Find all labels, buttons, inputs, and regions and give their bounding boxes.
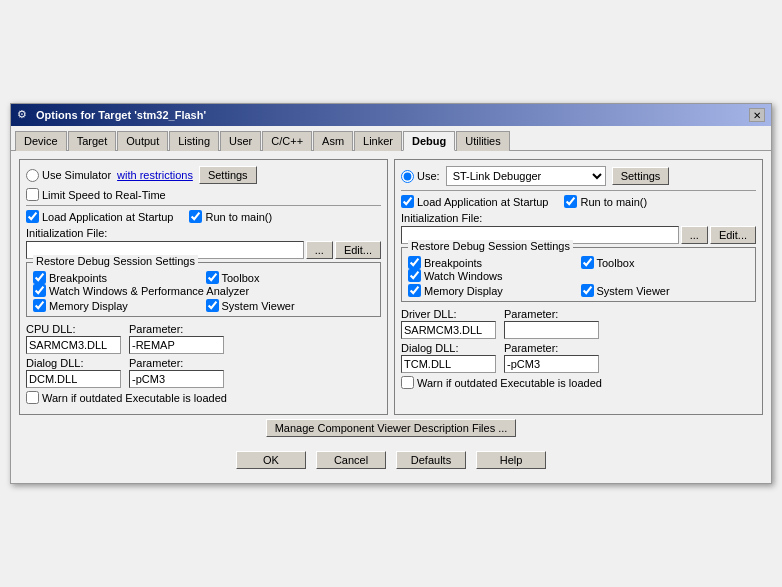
manage-component-viewer-button[interactable]: Manage Component Viewer Description File…	[266, 419, 517, 437]
left-load-app-check-label[interactable]: Load Application at Startup	[26, 210, 173, 223]
cancel-button[interactable]: Cancel	[316, 451, 386, 469]
right-run-to-main-check-label[interactable]: Run to main()	[564, 195, 647, 208]
left-dialog-param-label: Parameter:	[129, 357, 224, 369]
left-run-to-main-check-label[interactable]: Run to main()	[189, 210, 272, 223]
right-driver-param-input[interactable]	[504, 321, 599, 339]
right-dialog-param-input[interactable]	[504, 355, 599, 373]
right-driver-dll-label: Driver DLL:	[401, 308, 496, 320]
right-memory-display-checkbox[interactable]	[408, 284, 421, 297]
tab-device[interactable]: Device	[15, 131, 67, 151]
tab-content: Use Simulator with restrictions Settings…	[11, 151, 771, 483]
tab-linker[interactable]: Linker	[354, 131, 402, 151]
limit-speed-check-label[interactable]: Limit Speed to Real-Time	[26, 188, 166, 201]
right-memory-system-row: Memory Display System Viewer	[408, 284, 749, 297]
left-cpu-dll-label: CPU DLL:	[26, 323, 121, 335]
tab-output[interactable]: Output	[117, 131, 168, 151]
right-memory-display-label[interactable]: Memory Display	[408, 284, 577, 297]
tab-utilities[interactable]: Utilities	[456, 131, 509, 151]
ok-button[interactable]: OK	[236, 451, 306, 469]
right-breakpoints-label[interactable]: Breakpoints	[408, 256, 577, 269]
right-warn-checkbox[interactable]	[401, 376, 414, 389]
left-cpu-param-input[interactable]	[129, 336, 224, 354]
right-watch-windows-label[interactable]: Watch Windows	[408, 269, 749, 282]
right-dialog-dll-input[interactable]	[401, 355, 496, 373]
right-watch-windows-checkbox[interactable]	[408, 269, 421, 282]
debugger-select[interactable]: ST-Link Debugger ULINK2/ME Cortex Debugg…	[446, 166, 606, 186]
right-warn-check-label[interactable]: Warn if outdated Executable is loaded	[401, 376, 602, 389]
right-driver-dll-input[interactable]	[401, 321, 496, 339]
right-breakpoints-checkbox[interactable]	[408, 256, 421, 269]
right-dialog-dll-row: Dialog DLL: Parameter:	[401, 342, 756, 373]
left-warn-check-label[interactable]: Warn if outdated Executable is loaded	[26, 391, 227, 404]
left-settings-button[interactable]: Settings	[199, 166, 257, 184]
left-memory-display-label[interactable]: Memory Display	[33, 299, 202, 312]
right-use-radio[interactable]	[401, 170, 414, 183]
tabs-bar: Device Target Output Listing User C/C++ …	[11, 126, 771, 151]
right-load-app-check-label[interactable]: Load Application at Startup	[401, 195, 548, 208]
right-driver-dll-row: Driver DLL: Parameter:	[401, 308, 756, 339]
left-load-app-checkbox[interactable]	[26, 210, 39, 223]
left-restore-section: Restore Debug Session Settings Breakpoin…	[26, 262, 381, 317]
left-watch-windows-row: Watch Windows & Performance Analyzer	[33, 284, 374, 297]
right-settings-button[interactable]: Settings	[612, 167, 670, 185]
left-breakpoints-label[interactable]: Breakpoints	[33, 271, 202, 284]
right-system-viewer-label[interactable]: System Viewer	[581, 284, 750, 297]
tab-target[interactable]: Target	[68, 131, 117, 151]
left-run-to-main-checkbox[interactable]	[189, 210, 202, 223]
left-cpu-dll-input[interactable]	[26, 336, 121, 354]
right-browse-button[interactable]: ...	[681, 226, 708, 244]
help-button[interactable]: Help	[476, 451, 546, 469]
tab-user[interactable]: User	[220, 131, 261, 151]
window-icon: ⚙	[17, 108, 31, 122]
limit-speed-row: Limit Speed to Real-Time	[26, 188, 381, 201]
right-use-radio-label[interactable]: Use:	[401, 170, 440, 183]
left-restore-content: Breakpoints Toolbox Watch Windows & Perf…	[33, 271, 374, 312]
right-dialog-param-label: Parameter:	[504, 342, 599, 354]
defaults-button[interactable]: Defaults	[396, 451, 466, 469]
tab-debug[interactable]: Debug	[403, 131, 455, 151]
right-driver-param-col: Parameter:	[504, 308, 599, 339]
left-watch-windows-label[interactable]: Watch Windows & Performance Analyzer	[33, 284, 374, 297]
left-toolbox-label[interactable]: Toolbox	[206, 271, 375, 284]
left-dialog-dll-input[interactable]	[26, 370, 121, 388]
left-memory-display-checkbox[interactable]	[33, 299, 46, 312]
tab-asm[interactable]: Asm	[313, 131, 353, 151]
left-init-file-label: Initialization File:	[26, 227, 381, 239]
close-button[interactable]: ✕	[749, 108, 765, 122]
right-load-app-row: Load Application at Startup Run to main(…	[401, 195, 756, 208]
right-dialog-dll-col: Dialog DLL:	[401, 342, 496, 373]
right-system-viewer-checkbox[interactable]	[581, 284, 594, 297]
use-simulator-radio-label[interactable]: Use Simulator	[26, 169, 111, 182]
right-init-file-label: Initialization File:	[401, 212, 756, 224]
left-edit-button[interactable]: Edit...	[335, 241, 381, 259]
right-toolbox-checkbox[interactable]	[581, 256, 594, 269]
left-dialog-dll-col: Dialog DLL:	[26, 357, 121, 388]
right-restore-checkboxes-top: Breakpoints Toolbox	[408, 256, 749, 269]
right-restore-content: Breakpoints Toolbox Watch Windows	[408, 256, 749, 297]
bottom-buttons: OK Cancel Defaults Help	[19, 443, 763, 475]
left-browse-button[interactable]: ...	[306, 241, 333, 259]
left-warn-row: Warn if outdated Executable is loaded	[26, 391, 381, 404]
left-dialog-param-input[interactable]	[129, 370, 224, 388]
tab-listing[interactable]: Listing	[169, 131, 219, 151]
left-dialog-dll-label: Dialog DLL:	[26, 357, 121, 369]
limit-speed-checkbox[interactable]	[26, 188, 39, 201]
right-panel: Use: ST-Link Debugger ULINK2/ME Cortex D…	[394, 159, 763, 415]
left-watch-windows-checkbox[interactable]	[33, 284, 46, 297]
right-restore-label: Restore Debug Session Settings	[408, 240, 573, 252]
right-run-to-main-checkbox[interactable]	[564, 195, 577, 208]
right-load-app-checkbox[interactable]	[401, 195, 414, 208]
right-edit-button[interactable]: Edit...	[710, 226, 756, 244]
use-simulator-radio[interactable]	[26, 169, 39, 182]
right-toolbox-label[interactable]: Toolbox	[581, 256, 750, 269]
left-panel: Use Simulator with restrictions Settings…	[19, 159, 388, 415]
with-restrictions-link[interactable]: with restrictions	[117, 169, 193, 181]
right-driver-dll-col: Driver DLL:	[401, 308, 496, 339]
left-restore-checkboxes: Breakpoints Toolbox	[33, 271, 374, 284]
left-breakpoints-checkbox[interactable]	[33, 271, 46, 284]
left-toolbox-checkbox[interactable]	[206, 271, 219, 284]
tab-cpp[interactable]: C/C++	[262, 131, 312, 151]
left-system-viewer-checkbox[interactable]	[206, 299, 219, 312]
left-warn-checkbox[interactable]	[26, 391, 39, 404]
left-system-viewer-label[interactable]: System Viewer	[206, 299, 375, 312]
